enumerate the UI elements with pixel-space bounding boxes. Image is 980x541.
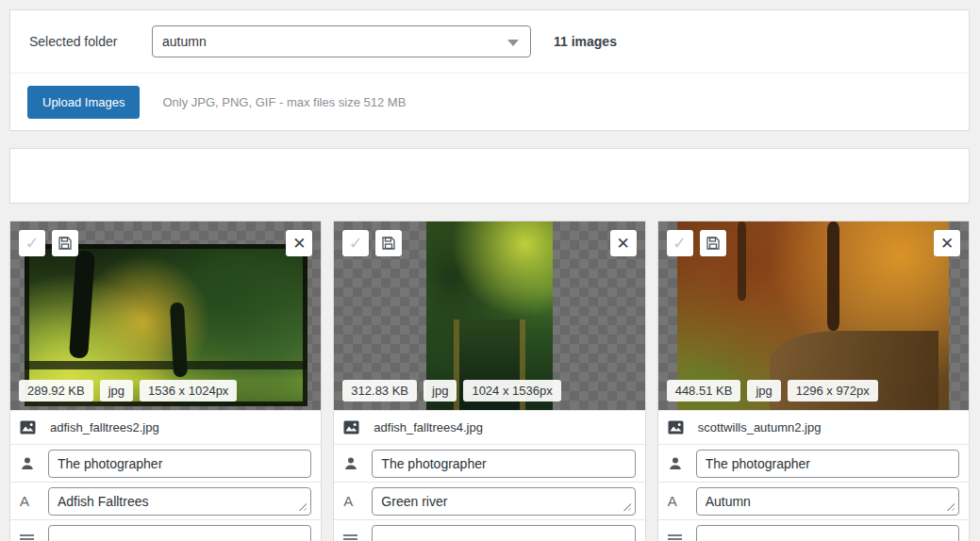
person-icon [668, 456, 692, 471]
photographer-row [658, 444, 969, 482]
filename-row: adfish_falltrees4.jpg [334, 410, 644, 444]
file-size-badge: 448.51 KB [667, 380, 741, 402]
check-icon: ✓ [349, 235, 363, 252]
description-row [334, 519, 644, 541]
selected-folder-label: Selected folder [29, 34, 152, 49]
filename-text: scottwills_autumn2.jpg [698, 420, 822, 434]
image-thumbnail[interactable]: ✓ ✕ 448.51 KB jpg 1296 x 972px [658, 221, 969, 410]
file-size-badge: 289.92 KB [19, 380, 93, 402]
dimensions-badge: 1536 x 1024px [140, 380, 237, 402]
image-thumbnail[interactable]: ✓ ✕ 312.83 KB jpg 1024 x 1536px [334, 221, 644, 410]
folder-row: Selected folder autumn 11 images [10, 10, 969, 73]
file-format-badge: jpg [424, 380, 457, 402]
file-format-badge: jpg [747, 380, 780, 402]
title-a-icon: A [343, 493, 368, 509]
remove-image-button[interactable]: ✕ [610, 230, 637, 256]
title-a-icon: A [20, 493, 44, 509]
save-button[interactable] [700, 230, 726, 256]
image-meta-badges: 448.51 KB jpg 1296 x 972px [667, 380, 878, 402]
title-row: A [10, 482, 321, 519]
image-thumbnail[interactable]: ✓ ✕ 289.92 KB jpg 1536 x 1024px [10, 221, 321, 410]
image-meta-badges: 312.83 KB jpg 1024 x 1536px [342, 380, 560, 402]
filename-row: adfish_falltrees2.jpg [10, 410, 321, 444]
select-checkbox-button[interactable]: ✓ [342, 230, 369, 256]
close-icon: ✕ [617, 236, 630, 252]
check-icon: ✓ [673, 235, 687, 252]
upload-images-button[interactable]: Upload Images [27, 86, 140, 119]
photographer-row [10, 444, 321, 482]
page: Selected folder autumn 11 images Upload … [0, 0, 980, 541]
filename-text: adfish_falltrees2.jpg [50, 420, 159, 434]
folder-select-value: autumn [162, 34, 207, 49]
photographer-input[interactable] [696, 450, 959, 478]
image-meta-badges: 289.92 KB jpg 1536 x 1024px [19, 380, 237, 402]
title-input[interactable] [696, 487, 959, 516]
description-lines-icon [20, 533, 44, 541]
chevron-down-icon [507, 40, 519, 46]
filename-row: scottwills_autumn2.jpg [658, 410, 969, 444]
description-lines-icon [343, 533, 368, 541]
image-file-icon [668, 420, 692, 434]
image-card: ✓ ✕ 312.83 KB jpg 1024 x 1536px [333, 221, 645, 541]
title-input[interactable] [48, 487, 311, 516]
resize-grip-icon[interactable] [298, 502, 307, 511]
check-icon: ✓ [25, 235, 39, 252]
upload-row: Upload Images Only JPG, PNG, GIF - max f… [10, 74, 969, 130]
title-row: A [334, 482, 644, 519]
select-checkbox-button[interactable]: ✓ [19, 230, 45, 256]
floppy-save-icon [706, 236, 721, 251]
close-icon: ✕ [292, 236, 306, 252]
save-button[interactable] [375, 230, 402, 256]
image-card: ✓ ✕ 289.92 KB jpg 1536 x 1024px [9, 221, 322, 541]
floppy-save-icon [58, 236, 73, 251]
images-count: 11 images [554, 34, 617, 49]
upload-hint: Only JPG, PNG, GIF - max files size 512 … [162, 95, 406, 109]
folder-select[interactable]: autumn [152, 25, 531, 57]
description-input[interactable] [48, 525, 311, 541]
save-button[interactable] [52, 230, 78, 256]
image-card-grid: ✓ ✕ 289.92 KB jpg 1536 x 1024px [9, 221, 970, 541]
person-icon [343, 456, 368, 471]
title-input[interactable] [372, 487, 635, 516]
title-a-icon: A [668, 493, 692, 509]
description-row [10, 519, 321, 541]
image-card: ✓ ✕ 448.51 KB jpg 1296 x 972px [657, 221, 970, 541]
select-checkbox-button[interactable]: ✓ [667, 230, 693, 256]
image-file-icon [20, 420, 44, 434]
file-format-badge: jpg [100, 380, 133, 402]
dimensions-badge: 1296 x 972px [788, 380, 878, 402]
dimensions-badge: 1024 x 1536px [463, 380, 560, 402]
image-file-icon [343, 420, 368, 434]
resize-grip-icon[interactable] [623, 502, 631, 511]
photographer-input[interactable] [48, 450, 311, 478]
title-row: A [658, 482, 969, 519]
description-input[interactable] [372, 525, 635, 541]
file-size-badge: 312.83 KB [342, 380, 417, 402]
description-lines-icon [668, 533, 692, 541]
description-input[interactable] [696, 525, 959, 541]
filename-text: adfish_falltrees4.jpg [374, 420, 483, 434]
dropzone-panel[interactable] [9, 148, 970, 204]
floppy-save-icon [381, 236, 396, 251]
description-row [658, 519, 969, 541]
photographer-row [334, 444, 644, 482]
folder-panel: Selected folder autumn 11 images Upload … [9, 9, 970, 131]
person-icon [20, 456, 44, 471]
remove-image-button[interactable]: ✕ [934, 230, 960, 256]
resize-grip-icon[interactable] [946, 502, 955, 511]
remove-image-button[interactable]: ✕ [286, 230, 312, 256]
close-icon: ✕ [940, 236, 954, 252]
photographer-input[interactable] [372, 450, 635, 478]
